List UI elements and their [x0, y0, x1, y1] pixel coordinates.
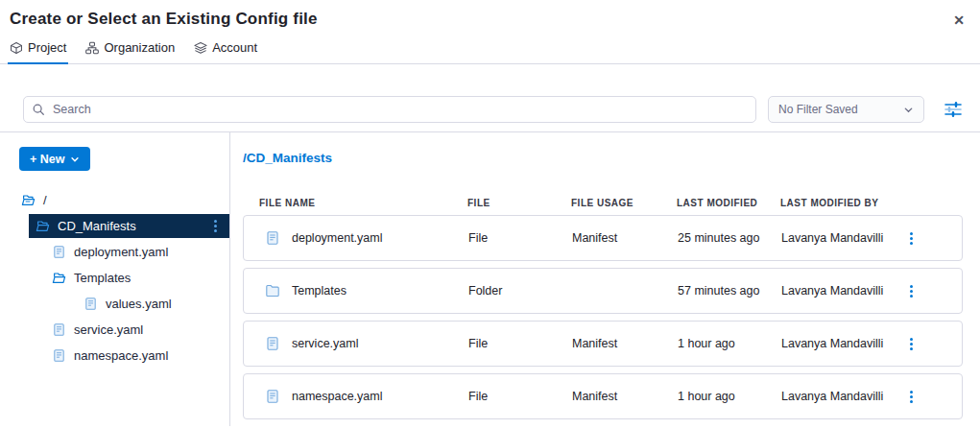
modal-header: Create or Select an Existing Config file… — [0, 0, 980, 29]
column-header-file: FILE — [467, 198, 571, 208]
kebab-menu-icon[interactable] — [906, 228, 917, 249]
tab-account[interactable]: Account — [192, 38, 259, 63]
toolbar: No Filter Saved — [0, 64, 980, 132]
file-icon — [52, 348, 66, 363]
chevron-down-icon — [70, 155, 80, 164]
tree-item-namespace-yaml[interactable]: namespace.yaml — [0, 344, 229, 368]
hierarchy-icon — [85, 41, 99, 55]
cell-last-modified: 1 hour ago — [678, 337, 781, 350]
table-header: FILE NAME FILE FILE USAGE LAST MODIFIED … — [243, 198, 963, 208]
file-table-panel: /CD_Manifests FILE NAME FILE FILE USAGE … — [230, 132, 980, 426]
tree-item-deployment-yaml[interactable]: deployment.yaml — [0, 240, 229, 264]
cell-file-name: Templates — [292, 284, 347, 298]
cube-icon — [10, 41, 23, 55]
file-icon — [265, 389, 280, 404]
cell-file-type: File — [468, 231, 572, 245]
filter-sliders-icon[interactable] — [944, 101, 963, 118]
search-icon — [32, 103, 45, 116]
tree-item-label: service.yaml — [74, 322, 143, 337]
folder-open-icon — [52, 271, 66, 285]
cell-last-modified-by: Lavanya Mandavilli — [781, 284, 906, 298]
content-area: + New / CD_Manifests deployment.yaml — [0, 132, 980, 426]
tree-item-label: namespace.yaml — [74, 348, 168, 363]
file-icon — [52, 245, 66, 259]
cell-last-modified: 57 minutes ago — [678, 284, 781, 298]
cell-file-usage: Manifest — [572, 231, 678, 245]
table-row[interactable]: deployment.yaml File Manifest 25 minutes… — [243, 215, 963, 261]
folder-open-icon — [21, 193, 36, 207]
new-button-label: + New — [30, 153, 64, 166]
search-input[interactable] — [23, 96, 756, 123]
kebab-menu-icon[interactable] — [211, 217, 220, 235]
cell-file-name: service.yaml — [292, 337, 358, 350]
cell-file-usage: Manifest — [572, 390, 678, 403]
filter-saved-value: No Filter Saved — [778, 103, 858, 116]
table-row[interactable]: service.yaml File Manifest 1 hour ago La… — [243, 321, 963, 367]
tab-organization[interactable]: Organization — [84, 38, 177, 63]
page-title: Create or Select an Existing Config file — [10, 10, 967, 29]
tree-item-label: deployment.yaml — [74, 245, 168, 259]
tree-item-label: / — [43, 193, 47, 207]
tab-project-label: Project — [28, 40, 66, 55]
tree-item-cd-manifests[interactable]: CD_Manifests — [29, 214, 229, 238]
cell-file-type: Folder — [468, 284, 572, 298]
column-header-last-modified: LAST MODIFIED — [677, 198, 780, 208]
file-icon — [52, 322, 66, 337]
folder-open-icon — [36, 219, 50, 233]
file-tree-sidebar: + New / CD_Manifests deployment.yaml — [0, 132, 230, 426]
close-icon[interactable]: ✕ — [949, 11, 968, 30]
kebab-menu-icon[interactable] — [906, 334, 917, 354]
folder-icon — [265, 283, 280, 298]
table-row[interactable]: Templates Folder 57 minutes ago Lavanya … — [243, 268, 963, 314]
cell-file-name: namespace.yaml — [292, 390, 383, 403]
tree-item-values-yaml[interactable]: values.yaml — [0, 292, 229, 316]
column-header-file-name: FILE NAME — [259, 198, 467, 208]
layers-icon — [194, 41, 207, 55]
column-header-last-modified-by: LAST MODIFIED BY — [780, 198, 905, 208]
cell-last-modified-by: Lavanya Mandavilli — [781, 231, 906, 245]
breadcrumb[interactable]: /CD_Manifests — [243, 151, 963, 165]
search-box — [23, 96, 756, 123]
file-icon — [84, 297, 98, 311]
cell-file-usage: Manifest — [572, 337, 678, 350]
tree-item-label: values.yaml — [106, 297, 172, 311]
file-icon — [265, 336, 280, 351]
file-tree: / CD_Manifests deployment.yaml Templates — [0, 188, 229, 368]
cell-last-modified: 25 minutes ago — [678, 231, 781, 245]
cell-file-name: deployment.yaml — [292, 231, 383, 245]
cell-last-modified-by: Lavanya Mandavilli — [781, 390, 906, 403]
tab-organization-label: Organization — [104, 40, 175, 55]
table-row[interactable]: namespace.yaml File Manifest 1 hour ago … — [243, 373, 963, 419]
tab-bar: Project Organization Account — [0, 29, 980, 64]
tree-item-label: CD_Manifests — [58, 219, 136, 233]
tree-item-templates[interactable]: Templates — [0, 266, 229, 290]
file-icon — [265, 230, 280, 246]
chevron-down-icon — [903, 105, 914, 115]
config-file-modal: Create or Select an Existing Config file… — [0, 0, 980, 429]
tree-item-label: Templates — [74, 271, 131, 285]
tab-project[interactable]: Project — [8, 38, 68, 63]
cell-last-modified-by: Lavanya Mandavilli — [781, 337, 906, 350]
cell-last-modified: 1 hour ago — [678, 390, 781, 403]
filter-saved-dropdown[interactable]: No Filter Saved — [768, 96, 924, 123]
tab-account-label: Account — [212, 40, 257, 55]
column-header-file-usage: FILE USAGE — [571, 198, 677, 208]
tree-item-root[interactable]: / — [0, 188, 229, 212]
kebab-menu-icon[interactable] — [906, 387, 917, 407]
cell-file-type: File — [468, 337, 572, 350]
kebab-menu-icon[interactable] — [906, 281, 917, 301]
tree-item-service-yaml[interactable]: service.yaml — [0, 318, 229, 342]
cell-file-type: File — [468, 390, 572, 403]
new-button[interactable]: + New — [19, 147, 90, 171]
